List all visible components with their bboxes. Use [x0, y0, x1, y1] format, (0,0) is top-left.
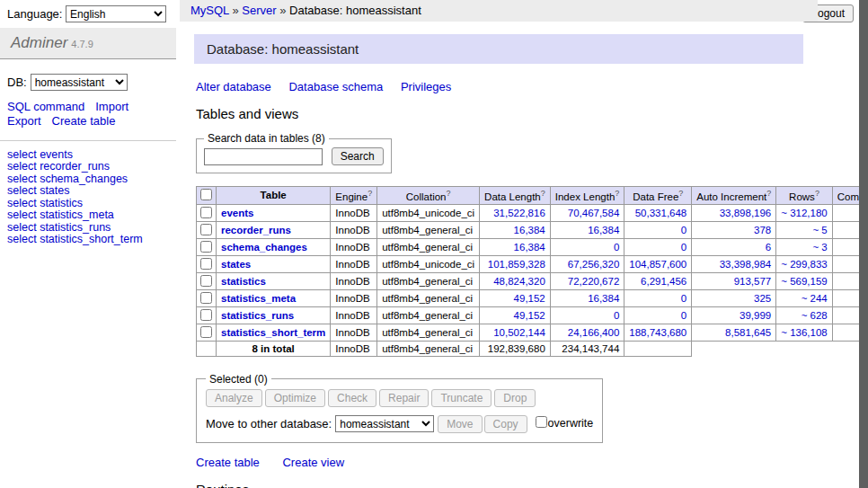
cell-index-length: 24,166,400 — [550, 324, 624, 341]
table-row: recorder_runsInnoDButf8mb4_general_ci16,… — [197, 221, 868, 238]
sidebar-table-item: select schema_changes — [7, 173, 169, 186]
cell-engine: InnoDB — [331, 204, 377, 221]
sidebar-select-link[interactable]: select — [7, 209, 37, 221]
table-name-link[interactable]: schema_changes — [221, 242, 307, 253]
overwrite-label: overwrite — [548, 417, 594, 430]
table-name-link[interactable]: statistics_meta — [221, 293, 296, 304]
cell-rows-link[interactable]: ~ 3 — [812, 242, 827, 253]
database-schema-link[interactable]: Database schema — [288, 80, 383, 93]
sidebar-table-item: select recorder_runs — [7, 161, 169, 173]
scrollbar[interactable] — [859, 0, 868, 488]
row-checkbox[interactable] — [200, 326, 212, 338]
row-checkbox[interactable] — [200, 309, 212, 321]
row-checkbox[interactable] — [200, 258, 212, 270]
cell-collation: utf8mb4_general_ci — [377, 221, 480, 238]
db-select[interactable]: homeassistant — [31, 74, 128, 91]
table-name-link[interactable]: statistics_runs — [221, 310, 294, 321]
breadcrumb-separator: » — [277, 4, 289, 17]
drop-button[interactable]: Drop — [494, 389, 536, 407]
search-button[interactable]: Search — [332, 147, 384, 165]
col-header-auto-increment: Auto Increment? — [692, 187, 776, 205]
sidebar-create-table-link[interactable]: Create table — [52, 114, 116, 128]
search-input[interactable] — [204, 148, 323, 165]
sidebar-table-link[interactable]: statistics_short_term — [40, 233, 143, 245]
cell-engine: InnoDB — [331, 238, 377, 255]
cell-rows-link[interactable]: ~ 5 — [812, 225, 827, 235]
cell-auto-increment: 6 — [692, 238, 776, 255]
breadcrumb-link[interactable]: Server — [242, 4, 276, 17]
create-table-link[interactable]: Create table — [196, 456, 260, 469]
cell-rows-link[interactable]: ~ 136,108 — [781, 327, 827, 338]
cell-auto-increment: 39,999 — [692, 306, 776, 324]
cell-index-length: 0 — [550, 306, 624, 324]
cell-data-length: 101,859,328 — [480, 255, 551, 272]
import-link[interactable]: Import — [95, 100, 128, 113]
sidebar-links: SQL commandImport ExportCreate table — [0, 98, 176, 141]
privileges-link[interactable]: Privileges — [401, 80, 451, 93]
cell-collation: utf8mb4_general_ci — [377, 289, 480, 306]
sidebar-table-link[interactable]: events — [40, 148, 73, 161]
sql-command-link[interactable]: SQL command — [7, 100, 84, 113]
sidebar-table-link[interactable]: schema_changes — [40, 173, 128, 185]
row-checkbox[interactable] — [200, 224, 212, 235]
breadcrumb-link[interactable]: MySQL — [190, 4, 229, 17]
table-name-link[interactable]: statistics — [221, 276, 266, 287]
select-all-checkbox[interactable] — [200, 189, 212, 200]
table-row: statistics_short_termInnoDButf8mb4_gener… — [197, 324, 868, 341]
cell-auto-increment: 378 — [692, 221, 776, 238]
sidebar-select-link[interactable]: select — [7, 233, 37, 245]
create-view-link[interactable]: Create view — [282, 456, 344, 469]
sidebar-table-link[interactable]: recorder_runs — [40, 160, 110, 173]
move-label: Move to other database: — [206, 417, 332, 430]
row-checkbox[interactable] — [200, 292, 212, 304]
sidebar-select-link[interactable]: select — [7, 197, 37, 209]
row-checkbox[interactable] — [200, 207, 212, 218]
truncate-button[interactable]: Truncate — [431, 389, 492, 407]
cell-rows-link[interactable]: ~ 628 — [802, 310, 828, 321]
cell-engine: InnoDB — [331, 324, 377, 341]
app-version: 4.7.9 — [71, 39, 93, 49]
repair-button[interactable]: Repair — [379, 389, 429, 407]
sidebar-select-link[interactable]: select — [7, 184, 37, 197]
cell-data-free: 104,857,600 — [624, 255, 692, 272]
move-button[interactable]: Move — [438, 415, 482, 433]
row-checkbox[interactable] — [200, 241, 212, 253]
sidebar-table-link[interactable]: statistics — [40, 197, 83, 209]
row-checkbox[interactable] — [200, 275, 212, 287]
copy-button[interactable]: Copy — [484, 415, 527, 433]
optimize-button[interactable]: Optimize — [265, 389, 325, 407]
sidebar-select-link[interactable]: select — [7, 173, 37, 185]
sidebar-select-link[interactable]: select — [7, 221, 37, 234]
table-name-link[interactable]: statistics_short_term — [221, 327, 325, 338]
content: MySQL » Server » Database: homeassistant… — [180, 0, 818, 488]
table-name-link[interactable]: events — [221, 208, 253, 218]
sidebar-select-link[interactable]: select — [7, 148, 37, 161]
total-collation: utf8mb4_general_ci — [377, 341, 480, 356]
tables-body: eventsInnoDButf8mb4_unicode_ci31,522,816… — [197, 204, 868, 341]
cell-rows-link[interactable]: ~ 312,180 — [781, 208, 827, 218]
tables-table: Table Engine?Collation?Data Length?Index… — [196, 186, 868, 357]
language-select[interactable]: English — [66, 5, 166, 22]
adminer-logo-link[interactable]: Adminer — [11, 34, 67, 51]
sidebar-table-link[interactable]: statistics_runs — [40, 221, 111, 234]
scrollbar-thumb[interactable] — [859, 0, 868, 488]
alter-database-link[interactable]: Alter database — [196, 80, 271, 93]
cell-collation: utf8mb4_general_ci — [377, 272, 480, 289]
table-name-link[interactable]: states — [221, 259, 251, 270]
check-button[interactable]: Check — [328, 389, 376, 407]
col-header-engine: Engine? — [331, 187, 377, 205]
cell-rows-link[interactable]: ~ 299,833 — [781, 259, 827, 270]
export-link[interactable]: Export — [7, 114, 41, 128]
table-total-row: 8 in total InnoDB utf8mb4_general_ci 192… — [197, 341, 868, 356]
analyze-button[interactable]: Analyze — [206, 389, 262, 407]
sidebar-table-link[interactable]: statistics_meta — [40, 209, 114, 221]
breadcrumb-current: Database: homeassistant — [289, 4, 421, 17]
cell-engine: InnoDB — [331, 221, 377, 238]
sidebar-table-link[interactable]: states — [40, 184, 69, 197]
sidebar-select-link[interactable]: select — [7, 160, 37, 173]
cell-rows-link[interactable]: ~ 244 — [802, 293, 828, 304]
move-db-select[interactable]: homeassistant — [335, 415, 434, 432]
overwrite-checkbox[interactable] — [536, 416, 547, 428]
table-name-link[interactable]: recorder_runs — [221, 225, 291, 235]
cell-rows-link[interactable]: ~ 569,159 — [781, 276, 827, 287]
